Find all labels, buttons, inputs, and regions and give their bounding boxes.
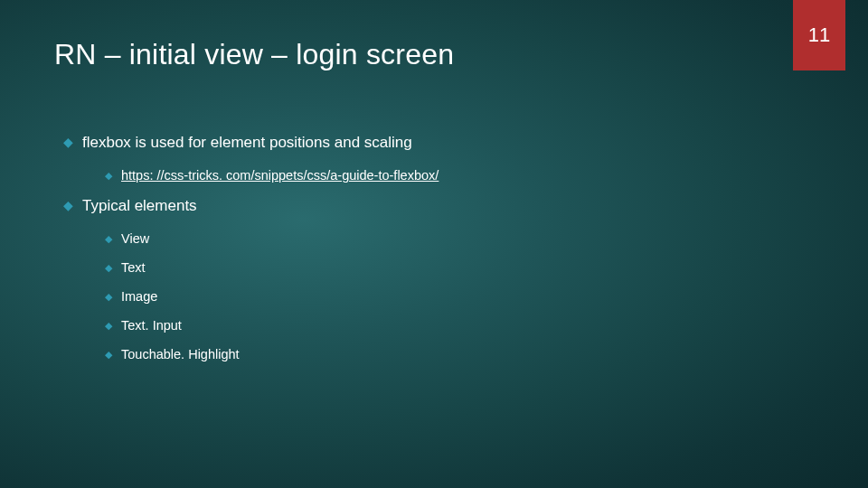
diamond-bullet-icon: ◆ <box>105 350 112 360</box>
bullet-text: View <box>121 231 149 246</box>
diamond-bullet-icon: ◆ <box>105 171 112 181</box>
bullet-typical-view: ◆ View <box>63 231 439 246</box>
diamond-bullet-icon: ◆ <box>105 321 112 331</box>
slide-content: ◆ flexbox is used for element positions … <box>63 134 439 376</box>
bullet-typical-textinput: ◆ Text. Input <box>63 318 439 333</box>
bullet-flexbox: ◆ flexbox is used for element positions … <box>63 134 439 152</box>
diamond-bullet-icon: ◆ <box>63 199 73 211</box>
bullet-text: Text. Input <box>121 318 182 333</box>
bullet-text: Text <box>121 260 146 275</box>
page-number: 11 <box>808 23 830 47</box>
bullet-typical-image: ◆ Image <box>63 289 439 304</box>
diamond-bullet-icon: ◆ <box>105 234 112 244</box>
diamond-bullet-icon: ◆ <box>105 292 112 302</box>
bullet-typical-text: ◆ Text <box>63 260 439 275</box>
page-number-badge: 11 <box>793 0 845 70</box>
bullet-text: Touchable. Highlight <box>121 347 240 361</box>
diamond-bullet-icon: ◆ <box>105 263 112 273</box>
bullet-text: flexbox is used for element positions an… <box>82 134 412 152</box>
bullet-text: Image <box>121 289 157 304</box>
diamond-bullet-icon: ◆ <box>63 136 73 148</box>
bullet-text: Typical elements <box>82 197 197 215</box>
bullet-typical: ◆ Typical elements <box>63 197 439 215</box>
slide-title: RN – initial view – login screen <box>54 38 454 71</box>
bullet-flexbox-link[interactable]: ◆ https: //css-tricks. com/snippets/css/… <box>63 168 439 183</box>
bullet-typical-touchable: ◆ Touchable. Highlight <box>63 347 439 361</box>
bullet-link-text: https: //css-tricks. com/snippets/css/a-… <box>121 168 439 183</box>
